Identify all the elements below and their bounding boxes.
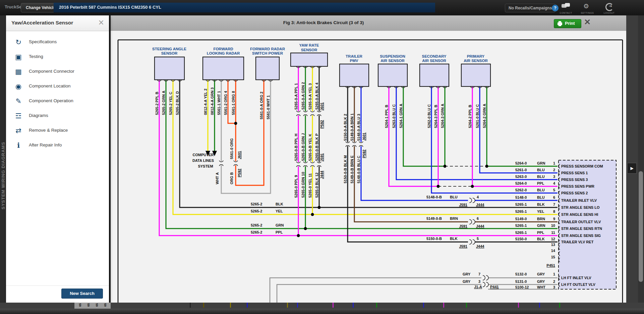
wire-gry <box>270 278 558 303</box>
diagram-label: J591 <box>459 224 467 228</box>
sidebar-item-diagrams[interactable]: ☲Diagrams <box>6 109 109 123</box>
panel-item-list: ↻Specifications▣Testing▦Component Connec… <box>6 35 109 153</box>
row-color: PPL <box>537 181 544 185</box>
print-button[interactable]: Print <box>554 19 581 28</box>
sidebar-item-specifications[interactable]: ↻Specifications <box>6 35 109 50</box>
wire-label: P592 <box>362 149 366 158</box>
figure-title: Fig 3: Anti-lock Brakes Circuit (3 of 3) <box>111 20 536 25</box>
wire-label: 5265-2 PPL B <box>155 91 159 115</box>
diagram-label: GRY <box>463 272 471 276</box>
sidebar-item-label: Testing <box>29 54 43 59</box>
wire-label: J601 <box>362 133 366 141</box>
wire-blu <box>480 86 558 173</box>
figure-close-icon[interactable]: ✕ <box>584 17 591 27</box>
settings-gear-icon[interactable]: ⚙ <box>583 3 589 10</box>
background-wire-tick <box>466 303 467 308</box>
sidebar-item-testing[interactable]: ▣Testing <box>6 50 109 64</box>
background-wire-tick <box>190 303 191 308</box>
diagram-label: P441 <box>490 285 499 289</box>
sidebar-item-component-operation[interactable]: ✎Component Operation <box>6 94 109 109</box>
diagram-label: J444 <box>476 224 484 228</box>
diagram-label: BLU <box>450 195 458 199</box>
row-color: BLK <box>537 202 545 206</box>
junction-dot <box>485 165 488 168</box>
wire-label: 5265-0 BLK 12 <box>315 173 319 198</box>
background-cutoff-labels: 65656565 <box>74 303 111 309</box>
sidebar-item-component-location[interactable]: ◉Component Location <box>6 79 109 94</box>
wire-label: 5561-2 ORG 4 <box>224 91 228 115</box>
connector-break <box>473 219 475 224</box>
diagram-label: YEL <box>276 209 283 213</box>
sidebar-item-after-repair-info[interactable]: ℹAfter Repair Info <box>6 138 109 153</box>
component-box <box>291 53 328 66</box>
connector-row-name: PRESS SENS 2 <box>561 191 588 195</box>
diagram-label: J1-A <box>474 285 482 289</box>
print-label: Print <box>565 21 575 26</box>
background-wire-tick <box>247 303 248 308</box>
row-pin: 4 <box>553 181 555 185</box>
row-pin: 15 <box>551 255 555 259</box>
connector-break <box>469 219 472 224</box>
row-color: BLU <box>537 188 545 192</box>
junction-dot <box>318 206 321 209</box>
diagram-label: BLK <box>450 237 458 241</box>
row-color: BRN <box>537 217 545 221</box>
diagram-label: BLK <box>276 202 283 206</box>
component-panel: Yaw/Acceleration Sensor ✕ ↻Specification… <box>6 15 109 303</box>
row-pin: 12 <box>551 237 555 241</box>
background-wire-tick <box>230 303 231 308</box>
sidebar-item-component-connector[interactable]: ▦Component Connector <box>6 64 109 79</box>
component-title: STEERING ANGLE <box>152 47 186 51</box>
panel-close-icon[interactable]: ✕ <box>98 18 104 27</box>
component-box <box>340 64 369 86</box>
scrollbar-thumb[interactable] <box>639 171 643 282</box>
junction-dot <box>471 185 474 188</box>
connector-break <box>473 240 475 244</box>
row-pin: 7 <box>553 202 555 206</box>
panel-header: Yaw/Acceleration Sensor ✕ <box>6 15 109 31</box>
background-wire-tick <box>297 303 298 308</box>
no-recalls-button[interactable]: No Recalls/Campaigns <box>505 4 555 12</box>
row-pin: 2 <box>553 168 555 172</box>
wire-label: 5265-0-A PPL 1 <box>294 83 298 110</box>
contact-label: CONTACT <box>556 12 576 14</box>
row-pin: 14 <box>551 249 555 253</box>
wire-label: J601 <box>320 103 324 111</box>
wire-label: WHT A <box>215 172 219 184</box>
new-search-button[interactable]: New Search <box>61 289 103 299</box>
wire-label: 5561-0 ORG <box>230 138 234 159</box>
background-wire-tick <box>539 303 540 308</box>
row-circuit: 5263-0 <box>515 175 527 179</box>
expand-right-button[interactable]: ▶ <box>627 163 637 174</box>
help-icon[interactable]: ? <box>552 5 559 11</box>
background-wire-tick <box>333 303 334 308</box>
junction-dot <box>437 185 440 188</box>
row-color: GRN <box>537 224 545 228</box>
wire-label: 5561-1 ORG 8 <box>231 91 235 115</box>
logout-icon[interactable] <box>605 3 613 11</box>
sidebar-item-label: Component Connector <box>29 69 74 74</box>
wire-label: 5149-0-A BRN 1 <box>350 113 354 141</box>
background-wire-tick <box>287 303 288 308</box>
row-pin: 8 <box>553 209 555 213</box>
row-circuit: 5265-1 <box>515 202 527 206</box>
component-title: LOOKING RADAR <box>207 51 240 55</box>
component-box <box>378 64 407 86</box>
diagram-label: GRN <box>276 223 284 227</box>
cutoff-wire-label: 65 <box>104 303 107 307</box>
wire-label: 0812-4-A GRN 3 <box>210 87 214 115</box>
wire-ppl <box>389 86 558 186</box>
component-title: PRIMARY <box>467 54 485 58</box>
background-wire-tick <box>203 303 204 308</box>
contact-icon[interactable] <box>562 3 570 10</box>
row-pin: 1 <box>553 161 555 165</box>
row-circuit: 5131-0 <box>515 279 527 284</box>
component-title: FORWARD RADAR <box>250 47 285 51</box>
row-circuit: 5100-12 <box>515 285 529 289</box>
row-color: GRN <box>537 161 545 165</box>
connector-break <box>469 240 472 244</box>
sidebar-item-remove-replace[interactable]: ⇄Remove & Replace <box>6 123 109 138</box>
wire-label: 5265-2 BLK D <box>175 91 179 115</box>
wire-label: 5265-0-B BLK P <box>315 133 319 161</box>
wire-label: 5263-0 BLU C <box>392 104 396 128</box>
